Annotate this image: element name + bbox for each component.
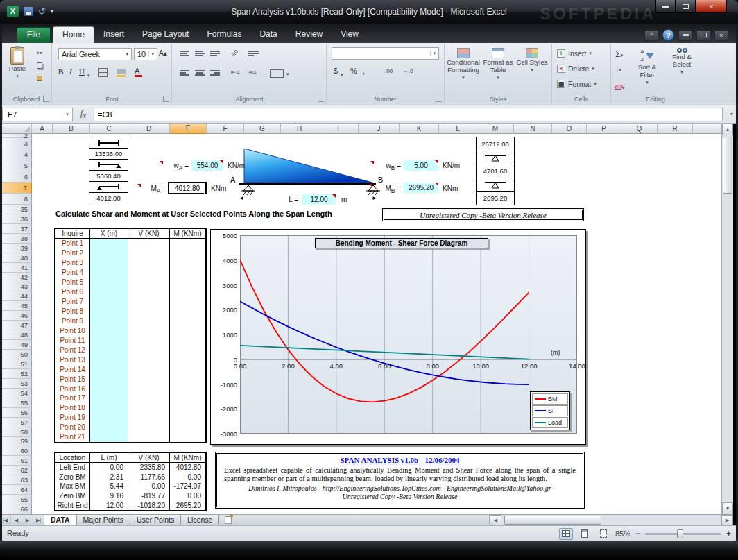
bold-button[interactable]: B	[58, 67, 63, 76]
worksheet[interactable]: ABCDEFGHIJKLMNOPQR 234567835363738394041…	[0, 124, 721, 514]
selected-cell-E7[interactable]: 4012.80	[168, 182, 207, 194]
clear-button[interactable]: ▾	[615, 80, 625, 92]
point-x-input[interactable]	[90, 335, 128, 345]
info-title-link[interactable]: SPAN ANALYSIS v1.0b - 12/06/2004	[224, 456, 576, 465]
ribbon-tab-page-layout[interactable]: Page Layout	[133, 26, 198, 43]
row-header-42[interactable]: 42	[0, 273, 32, 282]
column-header-L[interactable]: L	[439, 124, 477, 134]
row-header-52[interactable]: 52	[0, 369, 32, 379]
insert-worksheet-button[interactable]	[219, 515, 237, 525]
wrap-text-icon[interactable]	[248, 51, 259, 57]
vertical-scrollbar[interactable]: ▲ ▼	[721, 124, 733, 514]
page-break-view-button[interactable]	[597, 528, 610, 540]
titlebar[interactable]: X ↺ ▾ SOFTPEDIA Span Analysis v1.0b.xls …	[0, 0, 738, 24]
formula-input[interactable]: =C8	[94, 108, 723, 121]
row-header-5[interactable]: 5	[0, 160, 32, 171]
point-x-input[interactable]	[90, 268, 128, 278]
row-header-8[interactable]: 8	[0, 194, 32, 205]
zoom-level[interactable]: 85%	[615, 529, 630, 538]
row-header-63[interactable]: 63	[0, 475, 32, 485]
increase-indent-icon[interactable]: ⇥≡	[248, 69, 257, 76]
accounting-arrow-icon[interactable]: ▾	[341, 69, 343, 78]
row-header-50[interactable]: 50	[0, 350, 32, 359]
conditional-formatting-button[interactable]: Conditional Formatting▾	[447, 48, 480, 81]
left-coefficient-3[interactable]: 4012.80	[89, 193, 128, 203]
row-header-3[interactable]: 3	[0, 138, 32, 149]
autosum-button[interactable]: Σ▾	[615, 49, 623, 59]
column-header-O[interactable]: O	[552, 124, 587, 134]
workbook-minimize-button[interactable]	[678, 30, 692, 41]
column-header-E[interactable]: E	[170, 124, 207, 134]
italic-button[interactable]: I	[69, 67, 72, 76]
file-tab[interactable]: File	[17, 27, 51, 43]
row-header-64[interactable]: 64	[0, 485, 32, 495]
grow-font-button[interactable]: A▴	[159, 49, 167, 57]
column-header-G[interactable]: G	[244, 124, 281, 134]
row-header-43[interactable]: 43	[0, 282, 32, 292]
row-header-55[interactable]: 55	[0, 398, 32, 408]
excel-logo-icon[interactable]: X	[7, 6, 19, 17]
prev-sheet-button[interactable]: ◀	[11, 515, 22, 525]
row-header-49[interactable]: 49	[0, 340, 32, 350]
row-header-54[interactable]: 54	[0, 389, 32, 398]
workbook-restore-button[interactable]	[696, 30, 710, 41]
left-coefficient-panel[interactable]: 13536.00 5360.40 4012.80	[89, 137, 128, 205]
point-x-input[interactable]	[90, 258, 128, 268]
row-header-62[interactable]: 62	[0, 466, 32, 475]
column-header-R[interactable]: R	[658, 124, 693, 134]
wA-cell[interactable]: 554.00	[191, 160, 223, 171]
point-x-input[interactable]	[90, 287, 128, 297]
align-top-icon[interactable]	[180, 51, 189, 57]
right-coefficient-2[interactable]: 4701.60	[477, 164, 514, 178]
row-header-61[interactable]: 61	[0, 456, 32, 466]
right-coefficient-panel[interactable]: 26712.00 4701.60 2695.20	[476, 137, 515, 205]
name-box[interactable]: E7▾	[2, 108, 73, 121]
sheet-tab-license[interactable]: License	[181, 515, 219, 525]
close-button[interactable]: ×	[696, 0, 727, 13]
scroll-down-icon[interactable]: ▼	[722, 502, 733, 514]
zoom-in-button[interactable]: +	[726, 529, 731, 538]
row-header-4[interactable]: 4	[0, 149, 32, 160]
span-length-cell[interactable]: 12.00	[302, 194, 336, 205]
point-x-input[interactable]	[90, 403, 128, 413]
number-format-select[interactable]: ▾	[332, 47, 439, 60]
left-coefficient-2[interactable]: 5360.40	[89, 171, 128, 182]
merge-center-icon[interactable]	[270, 69, 284, 78]
borders-button[interactable]	[98, 68, 108, 77]
align-left-icon[interactable]	[180, 70, 189, 76]
copy-button[interactable]	[33, 60, 46, 71]
row-header-58[interactable]: 58	[0, 427, 32, 437]
results-table[interactable]: Location L (m) V (KN) M (KNm) Left End0.…	[54, 452, 207, 511]
column-header-I[interactable]: I	[318, 124, 359, 134]
number-dialog-launcher-icon[interactable]	[436, 96, 442, 102]
orientation-icon[interactable]: ab	[230, 48, 239, 58]
font-dialog-launcher-icon[interactable]	[163, 96, 169, 102]
ribbon-tab-view[interactable]: View	[332, 26, 368, 43]
column-header-D[interactable]: D	[128, 124, 170, 134]
row-header-66[interactable]: 66	[0, 504, 32, 514]
point-x-input[interactable]	[90, 355, 128, 364]
column-header-Q[interactable]: Q	[621, 124, 658, 134]
vertical-scroll-thumb[interactable]	[723, 137, 732, 194]
point-x-input[interactable]	[90, 364, 128, 374]
sheet-tab-major-points[interactable]: Major Points	[77, 515, 130, 525]
delete-cells-button[interactable]: ×Delete▾	[557, 65, 594, 73]
align-bottom-icon[interactable]	[210, 51, 220, 57]
minimize-ribbon-button[interactable]: ^	[644, 30, 658, 41]
horizontal-scrollbar[interactable]: ◀ ▶	[489, 515, 733, 525]
column-header-P[interactable]: P	[587, 124, 621, 134]
format-as-table-button[interactable]: Format as Table▾	[481, 48, 515, 81]
last-sheet-button[interactable]: ▶|	[33, 515, 44, 525]
accounting-format-button[interactable]: $	[334, 67, 338, 75]
row-header-36[interactable]: 36	[0, 214, 32, 224]
scroll-up-icon[interactable]: ▲	[722, 124, 733, 135]
font-size-select[interactable]: 10▾	[134, 48, 157, 60]
point-x-input[interactable]	[90, 393, 128, 403]
find-select-button[interactable]: Find & Select▾	[665, 48, 698, 76]
underline-arrow-icon[interactable]: ▾	[87, 70, 90, 78]
point-x-input[interactable]	[90, 316, 128, 326]
sheet-tab-user-points[interactable]: User Points	[130, 515, 181, 525]
column-header-C[interactable]: C	[90, 124, 128, 134]
point-x-input[interactable]	[90, 278, 128, 287]
paste-button[interactable]: Paste ▾	[4, 47, 31, 80]
